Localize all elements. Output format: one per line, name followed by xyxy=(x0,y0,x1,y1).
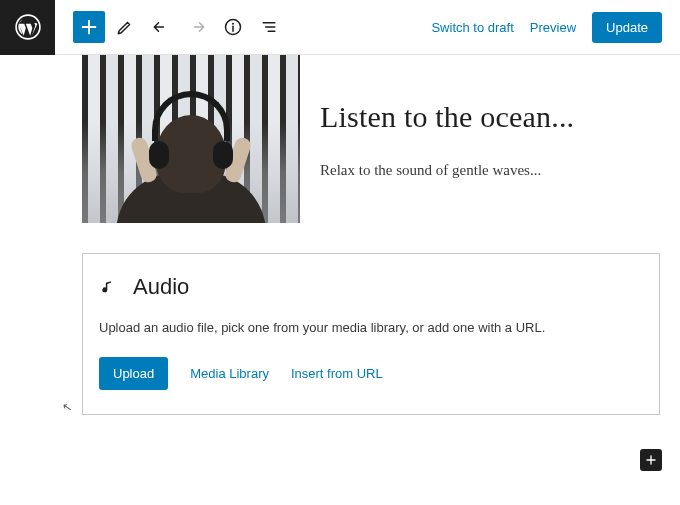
music-note-icon xyxy=(99,277,119,297)
text-column: Listen to the ocean... Relax to the soun… xyxy=(320,100,660,179)
editor-topbar: Switch to draft Preview Update xyxy=(0,0,680,55)
preview-button[interactable]: Preview xyxy=(530,20,576,35)
featured-image[interactable] xyxy=(82,55,300,223)
post-title[interactable]: Listen to the ocean... xyxy=(320,100,660,134)
toolbar-left xyxy=(55,11,285,43)
switch-to-draft-button[interactable]: Switch to draft xyxy=(431,20,513,35)
insert-from-url-button[interactable]: Insert from URL xyxy=(291,366,383,381)
upload-button[interactable]: Upload xyxy=(99,357,168,390)
toolbar-right: Switch to draft Preview Update xyxy=(431,12,680,43)
update-button[interactable]: Update xyxy=(592,12,662,43)
wordpress-logo[interactable] xyxy=(0,0,55,55)
block-inserter-button[interactable] xyxy=(640,449,662,471)
redo-button[interactable] xyxy=(181,11,213,43)
post-subtitle[interactable]: Relax to the sound of gentle waves... xyxy=(320,162,660,179)
audio-block-placeholder[interactable]: Audio Upload an audio file, pick one fro… xyxy=(82,253,660,415)
audio-block-description: Upload an audio file, pick one from your… xyxy=(99,320,643,335)
audio-block-actions: Upload Media Library Insert from URL xyxy=(99,357,643,390)
plus-icon xyxy=(643,452,659,468)
redo-icon xyxy=(187,17,207,37)
undo-icon xyxy=(151,17,171,37)
media-text-block[interactable]: Listen to the ocean... Relax to the soun… xyxy=(82,55,660,223)
wordpress-icon xyxy=(15,14,41,40)
svg-point-2 xyxy=(232,23,234,25)
info-icon xyxy=(223,17,243,37)
outline-button[interactable] xyxy=(253,11,285,43)
audio-block-title: Audio xyxy=(133,274,189,300)
image-silhouette xyxy=(116,83,266,223)
pencil-icon xyxy=(115,17,135,37)
plus-icon xyxy=(78,16,100,38)
editor-canvas: Listen to the ocean... Relax to the soun… xyxy=(0,55,680,415)
list-outline-icon xyxy=(259,17,279,37)
add-block-button[interactable] xyxy=(73,11,105,43)
edit-tool-button[interactable] xyxy=(109,11,141,43)
undo-button[interactable] xyxy=(145,11,177,43)
media-library-button[interactable]: Media Library xyxy=(190,366,269,381)
info-button[interactable] xyxy=(217,11,249,43)
audio-block-header: Audio xyxy=(99,274,643,300)
